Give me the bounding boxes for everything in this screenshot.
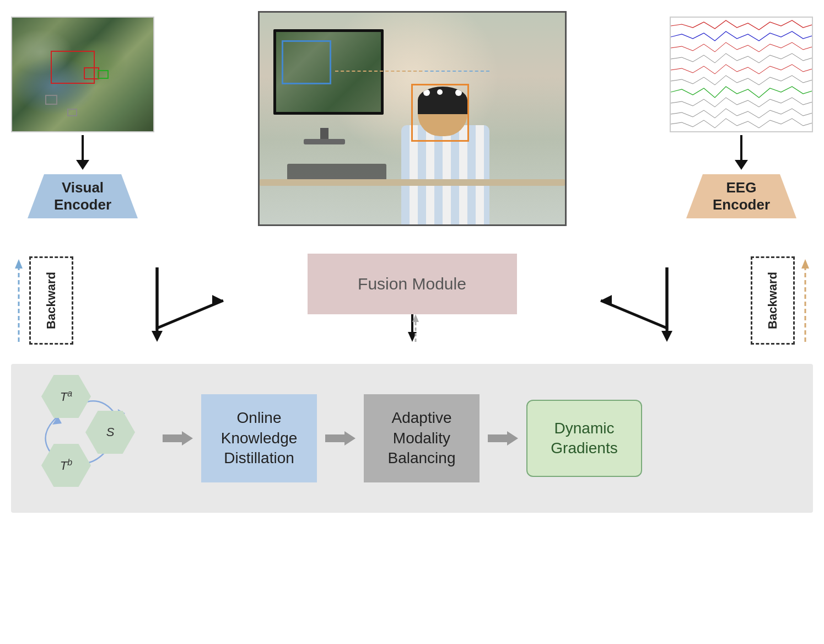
arrow-head: [76, 160, 89, 170]
svg-marker-4: [152, 331, 163, 342]
svg-marker-9: [601, 295, 612, 306]
center-photo: [258, 11, 567, 226]
okd-label: Online Knowledge Distillation: [221, 408, 298, 468]
backward-box-left: Backward: [29, 256, 73, 345]
arrow-shaft: [82, 135, 84, 160]
center-photo-container: [258, 11, 567, 226]
keyboard: [287, 164, 386, 180]
visual-encoder-section: Visual Encoder: [11, 11, 154, 218]
dg-label: Dynamic Gradients: [551, 418, 617, 459]
photo-interior: [260, 13, 565, 224]
eeg-signals-svg: [671, 18, 813, 132]
orange-box-head: [411, 84, 469, 142]
svg-marker-1: [15, 259, 23, 269]
right-fusion-arrow-svg: [590, 256, 678, 345]
online-knowledge-distillation-box: Online Knowledge Distillation: [201, 394, 317, 482]
visual-encoder-label: Visual Encoder: [54, 179, 111, 213]
fusion-label: Fusion Module: [358, 275, 466, 293]
middle-section: Backward Fusion Module: [11, 245, 813, 356]
right-to-fusion-arrows: [517, 256, 751, 345]
arrow-3: [488, 430, 518, 447]
left-to-fusion-arrows: [73, 256, 308, 345]
monitor: [273, 29, 384, 115]
svg-marker-2: [212, 295, 223, 306]
dynamic-gradients-box: Dynamic Gradients: [526, 400, 642, 477]
visual-encoder-box: Visual Encoder: [28, 174, 138, 218]
backward-label-left: Backward: [44, 272, 58, 329]
arrow-head-eeg: [735, 160, 748, 170]
left-backward-group: Backward: [11, 256, 73, 345]
person-body: [385, 87, 523, 224]
arrow-svg-3: [488, 430, 518, 447]
eeg-encoder-box: EEG Encoder: [686, 174, 796, 218]
eeg-encoder-label: EEG Encoder: [713, 179, 770, 213]
backward-box-right: Backward: [751, 256, 795, 345]
eeg-signal-image: [670, 17, 813, 132]
top-section: Visual Encoder: [11, 11, 813, 243]
arrow-2: [325, 430, 356, 447]
satellite-image: [11, 17, 154, 132]
red-box-inner: [84, 67, 99, 79]
amb-label: Adaptive Modality Balancing: [388, 408, 456, 468]
gray-box-2: [67, 109, 77, 116]
monitor-stand: [320, 128, 328, 139]
fusion-down-arrow-svg: [401, 314, 423, 347]
arrow-svg-1: [163, 430, 193, 447]
svg-marker-17: [163, 431, 193, 446]
green-box: [98, 70, 109, 79]
arrow-1: [163, 430, 193, 447]
arrow-down-visual: [76, 135, 89, 170]
gray-box-1: [45, 95, 57, 105]
svg-marker-19: [488, 431, 518, 446]
svg-marker-11: [661, 331, 672, 342]
adaptive-modality-balancing-box: Adaptive Modality Balancing: [364, 394, 480, 482]
dashed-line-right: [335, 71, 422, 72]
fusion-section: Fusion Module: [308, 254, 517, 347]
right-backward-group: Backward: [751, 256, 813, 345]
svg-marker-18: [325, 431, 356, 446]
main-diagram: Visual Encoder: [0, 0, 824, 644]
backward-label-right: Backward: [766, 272, 780, 329]
hex-cluster: Ta Tb S: [33, 375, 154, 502]
desk: [260, 179, 565, 186]
blue-rect-monitor: [282, 40, 331, 84]
arrow-svg-2: [325, 430, 356, 447]
bottom-section: Ta Tb S Online Knowledge Distillation: [11, 364, 813, 513]
eeg-encoder-section: EEG Encoder: [670, 11, 813, 218]
monitor-screen-content: [276, 32, 381, 112]
left-fusion-arrow-svg: [146, 256, 234, 345]
blue-arrow-svg: [11, 256, 26, 345]
blue-dashed-arrow-left: [11, 256, 26, 345]
svg-marker-13: [801, 259, 809, 269]
arrow-down-eeg: [735, 135, 748, 170]
orange-dashed-arrow-right: [798, 256, 813, 345]
monitor-base: [304, 139, 345, 144]
arrow-shaft-eeg: [740, 135, 742, 160]
fusion-module-box: Fusion Module: [308, 254, 517, 314]
orange-arrow-svg: [798, 256, 813, 345]
